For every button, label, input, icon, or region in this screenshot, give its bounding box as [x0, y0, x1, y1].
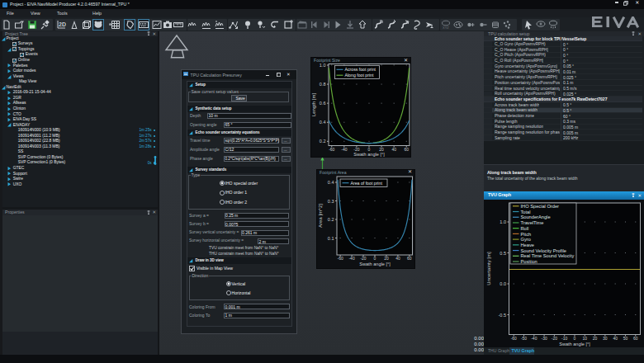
- svg-text:-50: -50: [521, 335, 527, 340]
- svg-text:-40: -40: [348, 256, 354, 261]
- svg-text:Area [m^2]: Area [m^2]: [318, 203, 323, 227]
- svg-text:Roll: Roll: [521, 225, 529, 230]
- svg-text:20: 20: [384, 256, 389, 261]
- svg-text:60: 60: [407, 256, 412, 261]
- svg-text:60: 60: [404, 147, 409, 152]
- svg-text:Heave: Heave: [521, 242, 534, 247]
- svg-text:40: 40: [613, 335, 618, 340]
- svg-text:0: 0: [368, 147, 371, 152]
- svg-text:40: 40: [395, 256, 400, 261]
- svg-text:-20: -20: [552, 335, 557, 340]
- svg-text:-20: -20: [360, 256, 366, 261]
- svg-text:-30: -30: [542, 335, 547, 340]
- svg-text:-0.5: -0.5: [499, 312, 506, 317]
- svg-text:1.0: 1.0: [320, 63, 326, 68]
- svg-text:Real Time Sound Velocity: Real Time Sound Velocity: [521, 253, 575, 258]
- svg-text:0.4: 0.4: [320, 120, 326, 125]
- svg-text:2D: 2D: [59, 21, 66, 27]
- svg-text:-40: -40: [341, 147, 347, 152]
- svg-text:-60: -60: [338, 256, 343, 261]
- svg-text:0.0: 0.0: [500, 281, 506, 286]
- svg-text:20: 20: [593, 335, 598, 340]
- svg-text:50: 50: [623, 335, 628, 340]
- svg-text:Uncertainty [m]: Uncertainty [m]: [486, 252, 491, 285]
- svg-text:Gyro: Gyro: [521, 237, 531, 242]
- svg-text:Area of foot print: Area of foot print: [351, 180, 383, 185]
- svg-text:10: 10: [583, 335, 588, 340]
- svg-text:0.6: 0.6: [320, 101, 326, 106]
- svg-text:Total: Total: [521, 209, 531, 214]
- svg-text:30: 30: [603, 335, 608, 340]
- svg-text:-60: -60: [329, 147, 334, 152]
- svg-text:0.2: 0.2: [328, 217, 334, 222]
- svg-text:0.1: 0.1: [328, 235, 334, 240]
- svg-text:-40: -40: [531, 335, 537, 340]
- svg-text:0: 0: [574, 335, 576, 340]
- svg-text:Length [m]: Length [m]: [311, 92, 316, 116]
- svg-text:-20: -20: [353, 147, 359, 152]
- svg-text:40: 40: [391, 147, 396, 152]
- svg-text:Pitch: Pitch: [521, 231, 532, 236]
- svg-text:Sound Velocity Profile: Sound Velocity Profile: [521, 248, 566, 252]
- svg-text:Swath angle [°]: Swath angle [°]: [353, 152, 385, 157]
- svg-text:IHO Special Order: IHO Special Order: [521, 203, 560, 208]
- svg-text:-60: -60: [511, 335, 517, 340]
- svg-text:20: 20: [379, 147, 384, 152]
- svg-text:XYZ: XYZ: [443, 26, 449, 30]
- svg-text:Swath angle [°]: Swath angle [°]: [359, 261, 391, 266]
- svg-text:Across foot print: Across foot print: [345, 67, 376, 72]
- svg-text:Along foot print: Along foot print: [345, 73, 374, 78]
- svg-text:-10: -10: [561, 335, 567, 340]
- svg-text:0.4: 0.4: [328, 180, 334, 185]
- svg-text:0.3: 0.3: [328, 198, 334, 203]
- svg-text:SounderAngle: SounderAngle: [521, 214, 551, 219]
- svg-text:1.0: 1.0: [500, 219, 506, 224]
- svg-text:0: 0: [374, 256, 376, 261]
- svg-text:Position: Position: [521, 259, 537, 264]
- svg-text:0.2: 0.2: [320, 139, 326, 144]
- svg-text:TravelTime: TravelTime: [521, 220, 544, 225]
- svg-text:60: 60: [633, 335, 638, 340]
- svg-text:0.8: 0.8: [320, 82, 326, 87]
- svg-text:Swath angle [°]: Swath angle [°]: [559, 341, 590, 346]
- svg-text:0.5: 0.5: [500, 250, 506, 255]
